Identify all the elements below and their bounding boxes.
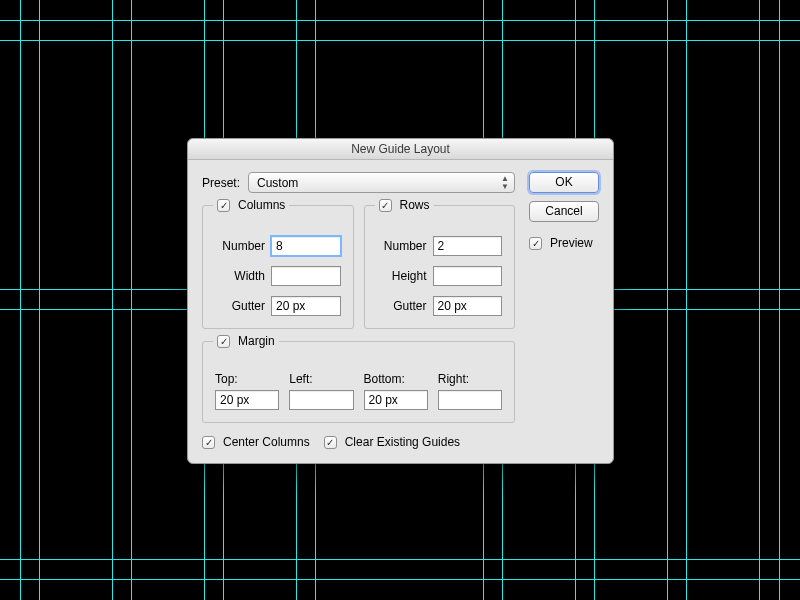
clear-guides-label: Clear Existing Guides bbox=[345, 435, 460, 449]
rows-gutter-label: Gutter bbox=[377, 299, 433, 313]
rows-group: ✓ Rows Number 2 Height Gutter bbox=[364, 205, 516, 329]
columns-width-label: Width bbox=[215, 269, 271, 283]
columns-number-input[interactable]: 8 bbox=[271, 236, 341, 256]
columns-checkbox[interactable]: ✓ bbox=[217, 199, 230, 212]
rows-height-input[interactable] bbox=[433, 266, 503, 286]
ok-button[interactable]: OK bbox=[529, 172, 599, 193]
rows-legend: Rows bbox=[400, 198, 430, 212]
margin-left-label: Left: bbox=[289, 372, 353, 386]
guide-vertical bbox=[112, 0, 113, 600]
dropdown-arrows-icon: ▲▼ bbox=[501, 175, 509, 191]
center-columns-checkbox[interactable]: ✓ bbox=[202, 436, 215, 449]
margin-top-label: Top: bbox=[215, 372, 279, 386]
margin-right-input[interactable] bbox=[438, 390, 502, 410]
preview-checkbox[interactable]: ✓ bbox=[529, 237, 542, 250]
rows-number-input[interactable]: 2 bbox=[433, 236, 503, 256]
guide-vertical bbox=[20, 0, 21, 600]
guide-vertical bbox=[686, 0, 687, 600]
margin-left-input[interactable] bbox=[289, 390, 353, 410]
rows-height-label: Height bbox=[377, 269, 433, 283]
rows-gutter-input[interactable]: 20 px bbox=[433, 296, 503, 316]
columns-number-label: Number bbox=[215, 239, 271, 253]
columns-gutter-label: Gutter bbox=[215, 299, 271, 313]
columns-gutter-input[interactable]: 20 px bbox=[271, 296, 341, 316]
center-columns-label: Center Columns bbox=[223, 435, 310, 449]
guide-vertical bbox=[759, 0, 760, 600]
margin-checkbox[interactable]: ✓ bbox=[217, 335, 230, 348]
preset-dropdown[interactable]: Custom ▲▼ bbox=[248, 172, 515, 193]
rows-checkbox[interactable]: ✓ bbox=[379, 199, 392, 212]
margin-right-label: Right: bbox=[438, 372, 502, 386]
guide-horizontal bbox=[0, 559, 800, 560]
columns-width-input[interactable] bbox=[271, 266, 341, 286]
guide-horizontal bbox=[0, 40, 800, 41]
guide-vertical bbox=[131, 0, 132, 600]
guide-vertical bbox=[667, 0, 668, 600]
guide-horizontal bbox=[0, 20, 800, 21]
cancel-button[interactable]: Cancel bbox=[529, 201, 599, 222]
preset-label: Preset: bbox=[202, 176, 240, 190]
margin-legend: Margin bbox=[238, 334, 275, 348]
guide-horizontal bbox=[0, 579, 800, 580]
margin-bottom-input[interactable]: 20 px bbox=[364, 390, 428, 410]
dialog-title: New Guide Layout bbox=[188, 139, 613, 160]
margin-group: ✓ Margin Top: 20 px Left: Bott bbox=[202, 341, 515, 423]
new-guide-layout-dialog: New Guide Layout Preset: Custom ▲▼ ✓ bbox=[187, 138, 614, 464]
rows-number-label: Number bbox=[377, 239, 433, 253]
guide-vertical bbox=[779, 0, 780, 600]
columns-group: ✓ Columns Number 8 Width Gutter bbox=[202, 205, 354, 329]
preview-label: Preview bbox=[550, 236, 593, 250]
margin-bottom-label: Bottom: bbox=[364, 372, 428, 386]
preset-value: Custom bbox=[257, 176, 298, 190]
guide-vertical bbox=[39, 0, 40, 600]
clear-guides-checkbox[interactable]: ✓ bbox=[324, 436, 337, 449]
columns-legend: Columns bbox=[238, 198, 285, 212]
margin-top-input[interactable]: 20 px bbox=[215, 390, 279, 410]
